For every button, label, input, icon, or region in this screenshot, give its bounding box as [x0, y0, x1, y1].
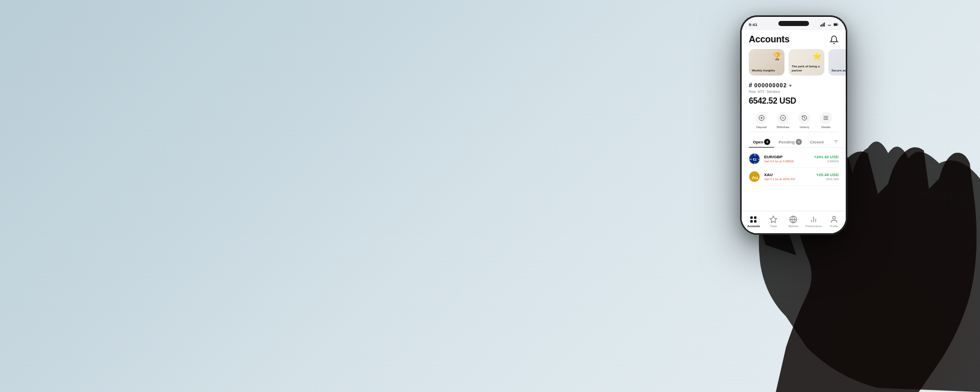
dynamic-island	[778, 21, 809, 26]
tab-closed[interactable]: Closed	[806, 138, 828, 147]
open-badge: 8	[764, 139, 770, 145]
trade-xau-info: XAU Sell 0.1 lot at 2043.447	[764, 173, 816, 181]
account-section: # 000000002 ▾ Real MT5 Standard 6542.52 …	[742, 78, 846, 134]
trade-list: €£ EUR/GBP Sell 0.5 lot at	[742, 148, 846, 188]
tag-standard: Standard	[766, 90, 779, 93]
battery-icon	[834, 22, 839, 27]
svg-rect-1	[822, 24, 823, 27]
account-hash: #	[749, 82, 752, 89]
trade-eurgbp-price: 0.85420	[814, 160, 839, 163]
phone-wrapper: 9:41	[740, 15, 847, 235]
svg-rect-23	[754, 216, 757, 219]
nav-accounts[interactable]: Accounts	[746, 215, 761, 228]
svg-rect-2	[823, 23, 824, 27]
history-label: History	[800, 126, 810, 129]
profile-nav-icon	[830, 215, 838, 224]
tab-open[interactable]: Open 8	[749, 137, 774, 148]
svg-rect-24	[750, 220, 753, 223]
trade-xau-detail: Sell 0.1 lot at 2043.447	[764, 178, 816, 181]
status-icons	[820, 22, 839, 27]
svg-text:€£: €£	[753, 158, 757, 161]
bottom-nav: Accounts Trade	[742, 211, 846, 233]
trade-row-xau[interactable]: Au XAU Sell 0.1 lot at 204	[749, 168, 839, 186]
svg-rect-5	[834, 23, 837, 26]
svg-rect-0	[820, 25, 821, 27]
phone-screen: 9:41	[742, 17, 846, 233]
action-buttons: Deposit Withdraw	[749, 110, 839, 132]
trade-row-eurgbp[interactable]: €£ EUR/GBP Sell 0.5 lot at	[749, 150, 839, 168]
trade-nav-icon	[769, 215, 777, 224]
history-icon	[798, 112, 811, 124]
page-title: Accounts	[749, 34, 790, 45]
markets-nav-label: Markets	[788, 225, 798, 228]
promo-cards-container: 🏆 Weekly Insights ⭐ The perk of being a …	[742, 47, 846, 78]
trade-xau-price: 2041.399	[816, 178, 839, 181]
svg-rect-25	[754, 220, 757, 223]
withdraw-icon	[777, 112, 789, 124]
flag-eurgbp: €£	[749, 153, 760, 164]
sort-icon[interactable]	[834, 139, 839, 145]
promo-card-weekly[interactable]: 🏆 Weekly Insights	[749, 49, 785, 76]
svg-rect-22	[750, 216, 753, 219]
pending-badge: 3	[796, 139, 802, 145]
trade-eurgbp-info: EUR/GBP Sell 0.5 lot at 0.85800	[764, 155, 814, 163]
accounts-nav-label: Accounts	[747, 225, 760, 228]
nav-performance[interactable]: Performance	[805, 215, 822, 228]
promo-card-partner[interactable]: ⭐ The perk of being a partner	[789, 49, 824, 76]
withdraw-button[interactable]: Withdraw	[777, 112, 790, 129]
phone-device: 9:41	[740, 15, 847, 235]
details-label: Details	[821, 126, 830, 129]
account-tags: Real MT5 Standard	[749, 90, 839, 93]
tab-pending[interactable]: Pending 3	[774, 137, 806, 148]
trade-eurgbp-pair: EUR/GBP	[764, 155, 814, 159]
wifi-icon	[827, 22, 832, 27]
markets-nav-icon	[789, 215, 797, 224]
tab-pending-label: Pending	[778, 140, 795, 144]
trade-xau-values: +20.48 USD 2041.399	[816, 173, 839, 181]
performance-nav-icon	[810, 215, 818, 224]
partner-icon: ⭐	[813, 52, 821, 60]
history-button[interactable]: History	[798, 112, 811, 129]
tab-closed-label: Closed	[810, 140, 824, 144]
trade-eurgbp-pnl: +241.42 USD	[814, 155, 839, 159]
account-chevron-icon: ▾	[789, 83, 792, 88]
deposit-button[interactable]: Deposit	[755, 112, 768, 129]
tag-mt5: MT5	[757, 90, 764, 93]
svg-point-32	[832, 216, 835, 219]
promo-partner-text: The perk of being a partner	[792, 65, 821, 73]
trade-nav-label: Trade	[770, 225, 777, 228]
details-icon	[820, 112, 832, 124]
app-header: Accounts	[742, 30, 846, 47]
nav-markets[interactable]: Markets	[786, 215, 801, 228]
promo-card-secure[interactable]: 🔒 Secure acco...	[828, 49, 846, 76]
promo-weekly-text: Weekly Insights	[752, 69, 781, 73]
svg-text:Au: Au	[752, 175, 758, 180]
trade-eurgbp-detail: Sell 0.5 lot at 0.85800	[764, 160, 814, 163]
status-time: 9:41	[749, 22, 757, 27]
bell-icon[interactable]	[829, 35, 839, 44]
app-content: Accounts 🏆 Weekly Insights	[742, 30, 846, 233]
account-number: 000000002	[754, 82, 787, 88]
weekly-icon: 🏆	[773, 52, 781, 60]
account-balance: 6542.52 USD	[749, 96, 839, 106]
scene: 9:41	[0, 0, 980, 392]
signal-icon	[820, 22, 825, 27]
tag-real: Real	[749, 90, 755, 93]
details-button[interactable]: Details	[820, 112, 832, 129]
svg-marker-26	[770, 216, 777, 223]
account-number-row[interactable]: # 000000002 ▾	[749, 82, 839, 89]
trade-xau-pnl: +20.48 USD	[816, 173, 839, 177]
trades-tabs: Open 8 Pending 3 Closed	[742, 134, 846, 148]
performance-nav-label: Performance	[805, 225, 822, 228]
trade-eurgbp-values: +241.42 USD 0.85420	[814, 155, 839, 163]
promo-secure-text: Secure acco...	[831, 69, 846, 73]
nav-trade[interactable]: Trade	[766, 215, 781, 228]
profile-nav-label: Profile	[830, 225, 838, 228]
nav-profile[interactable]: Profile	[826, 215, 842, 228]
flag-xau: Au	[749, 171, 760, 182]
withdraw-label: Withdraw	[777, 126, 790, 129]
tab-open-label: Open	[753, 140, 763, 144]
deposit-label: Deposit	[756, 126, 767, 129]
accounts-nav-icon	[749, 215, 757, 224]
svg-rect-3	[824, 22, 825, 27]
